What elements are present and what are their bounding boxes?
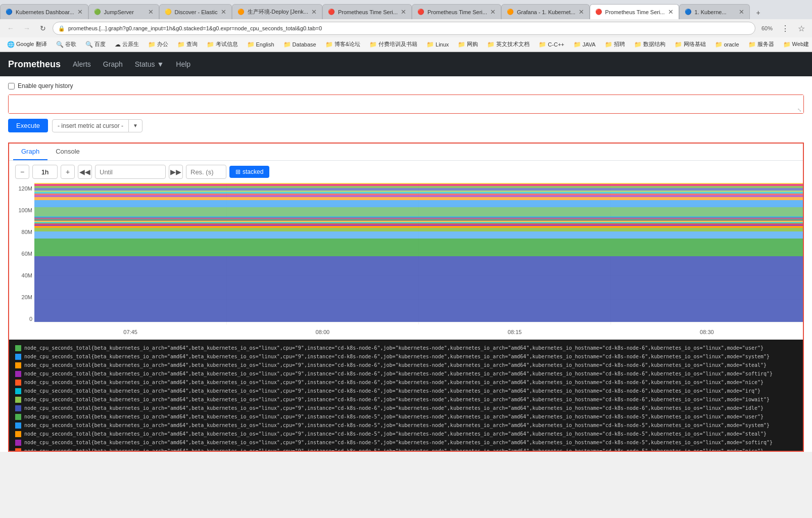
tab-close-5[interactable]: ✕: [490, 8, 496, 16]
bookmark-icon-9: 📁: [325, 41, 333, 48]
x-label-3: 08:30: [700, 329, 714, 335]
bookmark-10[interactable]: 📁付费培训及书籍: [365, 39, 421, 49]
browser-tab-5[interactable]: 🔴 Prometheus Time Seri... ✕: [412, 4, 501, 19]
zoom-in-button[interactable]: +: [61, 165, 75, 179]
bookmark-9[interactable]: 📁博客&论坛: [321, 39, 364, 49]
bookmark-11[interactable]: 📁Linux: [422, 40, 453, 49]
back-button[interactable]: ←: [4, 22, 17, 35]
bookmark-icon-19: 📁: [715, 41, 723, 48]
legend-color-3: [15, 371, 21, 377]
legend-text-2: node_cpu_seconds_total{beta_kubernetes_i…: [24, 362, 767, 368]
bookmark-button[interactable]: ☆: [795, 22, 808, 35]
legend-text-4: node_cpu_seconds_total{beta_kubernetes_i…: [24, 379, 763, 386]
browser-tab-7[interactable]: 🔴 Prometheus Time Seri... ✕: [590, 4, 679, 19]
address-text: prometheus.[...].graph?g0.range_input=1h…: [68, 25, 322, 31]
bookmark-16[interactable]: 📁招聘: [601, 39, 629, 49]
browser-tab-8[interactable]: 🔵 1. Kuberne... ✕: [679, 4, 750, 19]
bookmark-icon-3: ☁: [115, 41, 121, 48]
bookmark-icon-0: 🌐: [7, 41, 15, 48]
bookmark-6[interactable]: 📁考试信息: [203, 39, 242, 49]
new-tab-button[interactable]: +: [752, 6, 765, 19]
enable-history-checkbox[interactable]: [8, 83, 15, 89]
address-bar-row: ← → ↻ 🔒 prometheus.[...].graph?g0.range_…: [0, 19, 812, 37]
resolution-input[interactable]: [186, 165, 226, 179]
tab-label-0: Kubernetes Dashboar...: [16, 9, 74, 15]
tab-close-2[interactable]: ✕: [221, 8, 226, 16]
bookmark-3[interactable]: ☁云原生: [111, 39, 143, 49]
tab-label-6: Grafana - 1. Kubernet...: [517, 9, 576, 15]
svg-rect-34: [34, 216, 803, 217]
svg-rect-16: [34, 223, 803, 224]
bookmark-17[interactable]: 📁数据结构: [630, 39, 670, 49]
bookmark-8[interactable]: 📁Database: [279, 40, 320, 49]
bookmark-19[interactable]: 📁oracle: [711, 40, 743, 49]
browser-tab-1[interactable]: 🟢 JumpServer ✕: [88, 4, 159, 19]
bookmark-label-21: Web建: [792, 40, 809, 48]
legend-text-8: node_cpu_seconds_total{beta_kubernetes_i…: [24, 413, 763, 420]
bookmark-label-4: 办公: [157, 40, 168, 48]
bookmark-14[interactable]: 📁C-C++: [535, 40, 568, 49]
tab-close-7[interactable]: ✕: [668, 8, 674, 16]
bookmark-label-13: 英文技术文档: [496, 40, 530, 48]
bookmark-icon-21: 📁: [783, 41, 791, 48]
browser-tab-6[interactable]: 🟠 Grafana - 1. Kubernet... ✕: [501, 4, 590, 19]
nav-status[interactable]: Status ▼: [135, 58, 164, 70]
legend-color-4: [15, 380, 21, 386]
bookmark-13[interactable]: 📁英文技术文档: [483, 39, 534, 49]
forward-button[interactable]: →: [20, 22, 33, 35]
zoom-out-button[interactable]: −: [15, 165, 29, 179]
tab-close-3[interactable]: ✕: [311, 8, 317, 16]
insert-metric-dropdown-arrow[interactable]: ▼: [129, 120, 142, 131]
next-time-button[interactable]: ▶▶: [169, 165, 183, 179]
tab-close-1[interactable]: ✕: [148, 8, 154, 16]
nav-alerts[interactable]: Alerts: [73, 58, 91, 70]
tab-graph[interactable]: Graph: [13, 144, 47, 160]
tab-close-0[interactable]: ✕: [77, 8, 83, 16]
bookmark-label-1: 谷歌: [65, 40, 76, 48]
browser-tab-0[interactable]: 🔵 Kubernetes Dashboar... ✕: [0, 4, 88, 19]
time-range-input[interactable]: [32, 165, 58, 179]
svg-rect-32: [34, 218, 803, 219]
insert-metric-label: - insert metric at cursor -: [53, 120, 129, 132]
legend-item-7: node_cpu_seconds_total{beta_kubernetes_i…: [15, 404, 797, 412]
execute-button[interactable]: Execute: [8, 119, 48, 132]
bookmark-18[interactable]: 📁网络基础: [671, 39, 710, 49]
query-input-wrapper: node_cpu_seconds_total ⤡: [8, 95, 804, 114]
chart-svg: [34, 183, 803, 324]
y-label-120m: 120M: [11, 185, 32, 192]
nav-graph[interactable]: Graph: [103, 58, 123, 70]
tab-close-8[interactable]: ✕: [739, 8, 744, 16]
reload-button[interactable]: ↻: [36, 22, 50, 35]
legend-color-1: [15, 354, 21, 360]
bookmark-0[interactable]: 🌐Google 翻译: [3, 39, 51, 49]
svg-rect-21: [34, 195, 803, 197]
prev-time-button[interactable]: ◀◀: [78, 165, 92, 179]
bookmark-12[interactable]: 📁网购: [454, 39, 482, 49]
stacked-button[interactable]: ⊞ stacked: [229, 166, 269, 178]
bookmark-icon-18: 📁: [675, 41, 682, 48]
query-expression-input[interactable]: node_cpu_seconds_total: [9, 95, 803, 113]
browser-menu-button[interactable]: ⋮: [779, 22, 792, 35]
browser-tab-3[interactable]: 🟠 生产环境-Deploy [Jenk... ✕: [232, 4, 322, 19]
bookmark-20[interactable]: 📁服务器: [744, 39, 778, 49]
bookmark-5[interactable]: 📁查询: [173, 39, 202, 49]
bookmark-icon-11: 📁: [426, 41, 434, 48]
bookmark-2[interactable]: 🔍百度: [81, 39, 110, 49]
address-bar[interactable]: 🔒 prometheus.[...].graph?g0.range_input=…: [53, 22, 755, 35]
bookmark-7[interactable]: 📁English: [243, 40, 278, 49]
bookmark-21[interactable]: 📁Web建: [779, 39, 812, 49]
insert-metric-button[interactable]: - insert metric at cursor - ▼: [52, 119, 142, 132]
svg-rect-11: [34, 239, 803, 256]
bookmark-15[interactable]: 📁JAVA: [569, 40, 600, 49]
nav-help[interactable]: Help: [176, 58, 190, 70]
until-input[interactable]: [95, 165, 166, 179]
tab-console[interactable]: Console: [47, 144, 88, 160]
browser-tab-4[interactable]: 🔴 Prometheus Time Seri... ✕: [322, 4, 412, 19]
bookmark-1[interactable]: 🔍谷歌: [52, 39, 80, 49]
browser-tab-2[interactable]: 🟡 Discover - Elastic ✕: [159, 4, 232, 19]
tab-close-6[interactable]: ✕: [579, 8, 584, 16]
bookmark-label-6: 考试信息: [216, 40, 238, 48]
y-axis-labels: 120M 100M 80M 60M 40M 20M 0: [9, 183, 34, 324]
bookmark-4[interactable]: 📁办公: [144, 39, 172, 49]
tab-close-4[interactable]: ✕: [401, 8, 406, 16]
